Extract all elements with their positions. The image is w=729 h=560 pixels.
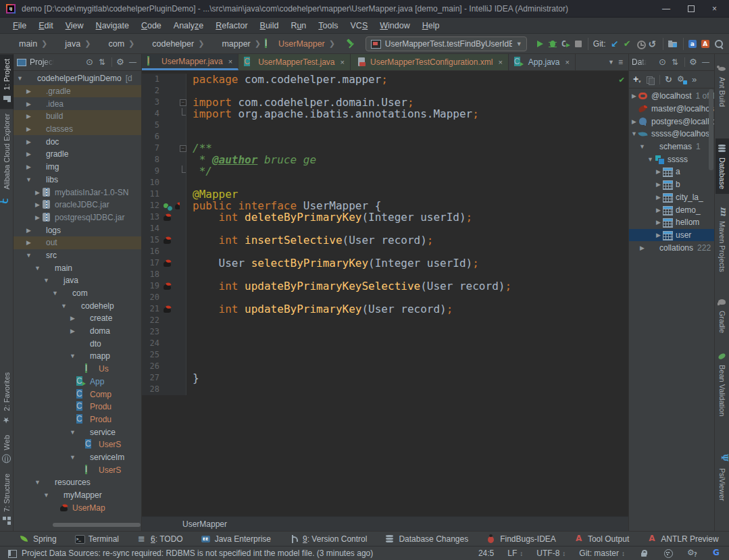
duplicate-icon[interactable] (645, 74, 655, 85)
tool-button-psiviewer[interactable]: PsiViewer (715, 449, 729, 506)
expand-arrow-icon[interactable]: ▶ (25, 88, 32, 95)
encoding-selector[interactable]: UTF-8 (536, 549, 565, 558)
tree-row-us[interactable]: Us (14, 363, 141, 376)
expand-arrow-icon[interactable]: ▶ (25, 239, 32, 246)
code-line[interactable]: 13 int deleteByPrimaryKey(Integer userId… (142, 211, 628, 223)
minimize-button[interactable]: — (662, 4, 670, 14)
tree-row-serviceim[interactable]: ▼serviceIm (14, 451, 141, 464)
translate-alt-button[interactable] (699, 36, 712, 52)
close-button[interactable]: × (712, 4, 717, 14)
collapse-arrow-icon[interactable]: ▼ (69, 454, 76, 461)
tab-usermappertest-java[interactable]: UserMapperTest.java× (238, 54, 351, 70)
data-source-properties-icon[interactable] (677, 74, 688, 85)
tree-row-produ[interactable]: Produ (14, 401, 141, 413)
tree-row-schemas[interactable]: ▼schemas1 (629, 141, 714, 153)
expand-arrow-icon[interactable]: ▶ (25, 126, 32, 132)
tree-row-mybatisinjar-1-0-sn[interactable]: ▶mybatisInJar-1.0-SN (14, 186, 141, 199)
local-changes-button[interactable] (667, 36, 680, 52)
collapse-arrow-icon[interactable]: ▼ (25, 176, 32, 183)
tree-row-java[interactable]: ▼java (14, 274, 141, 287)
expand-arrow-icon[interactable]: ▶ (69, 328, 76, 334)
tree-row-a[interactable]: ▶a (629, 166, 714, 178)
menu-item-file[interactable]: File (7, 19, 32, 32)
expand-arrow-icon[interactable]: ▶ (25, 138, 32, 145)
run-button[interactable] (534, 36, 547, 52)
tree-row-localhost[interactable]: ▶@localhost1 of 1 (629, 90, 714, 103)
tree-row-demo[interactable]: ▶demo_ (629, 203, 714, 216)
tree-row-users[interactable]: UserS (14, 463, 141, 476)
menu-item-run[interactable]: Run (284, 19, 312, 32)
tree-row-collations[interactable]: ▶collations222 (629, 241, 714, 254)
locate-icon[interactable] (658, 57, 669, 68)
face-icon[interactable] (663, 548, 674, 559)
code-line[interactable]: 15 int insertSelective(User record); (142, 234, 628, 246)
caret-position[interactable]: 24:5 (478, 549, 494, 558)
expand-arrow-icon[interactable]: ▶ (655, 194, 662, 201)
tree-row-classes[interactable]: ▶classes (14, 123, 141, 136)
maximize-button[interactable] (688, 5, 695, 12)
tree-row-city-la[interactable]: ▶city_la_ (629, 191, 714, 204)
code-line[interactable]: 3import com.codehelper.domain.User; (142, 97, 628, 108)
coverage-button[interactable] (559, 36, 572, 52)
menu-item-navigate[interactable]: Navigate (90, 19, 135, 32)
expand-arrow-icon[interactable]: ▶ (630, 93, 638, 99)
tool-button-7-structure[interactable]: 7: Structure (0, 469, 14, 531)
project-horizontal-scrollbar[interactable] (53, 523, 141, 527)
google-icon[interactable] (711, 548, 722, 559)
code-line[interactable]: 23 (142, 326, 628, 338)
tab-app-java[interactable]: App.java× (509, 54, 576, 70)
menu-item-code[interactable]: Code (135, 19, 168, 32)
tree-row-gradle[interactable]: ▶.gradle (14, 85, 141, 98)
expand-arrow-icon[interactable]: ▶ (630, 118, 638, 125)
tree-row-b[interactable]: ▶b (629, 178, 714, 191)
expand-arrow-icon[interactable]: ▶ (69, 315, 76, 322)
tool-button-2-favorites[interactable]: 2: Favorites (0, 367, 14, 430)
code-line[interactable]: 14 (142, 223, 628, 234)
code-line[interactable]: 19 int updateByPrimaryKeySelective(User … (142, 280, 628, 292)
breadcrumb-item-codehelper[interactable]: codehelper (137, 39, 195, 49)
tree-row-sssss-localhost[interactable]: ▼sssss@localhost1 (629, 128, 714, 141)
expand-arrow-icon[interactable]: ▶ (34, 201, 41, 208)
hide-panel-icon[interactable] (128, 57, 139, 68)
build-hammer-button[interactable] (345, 36, 357, 52)
tree-row-postgresqljdbc-jar[interactable]: ▶postgresqlJDBC.jar (14, 211, 141, 224)
fold-marker[interactable] (180, 166, 186, 177)
code-line[interactable]: 20 (142, 292, 628, 303)
git-branch-selector[interactable]: Git: master (579, 549, 625, 558)
tree-row-main[interactable]: ▼main (14, 261, 141, 274)
line-separator-selector[interactable]: LF (507, 549, 523, 558)
collapse-arrow-icon[interactable]: ▼ (25, 252, 32, 259)
gear-question-icon[interactable] (687, 548, 698, 559)
tree-row-hellom[interactable]: ▶hellom (629, 216, 714, 229)
collapse-arrow-icon[interactable]: ▼ (51, 290, 59, 297)
collapse-arrow-icon[interactable]: ▼ (34, 479, 41, 486)
tree-row-sssss[interactable]: ▼sssss (629, 153, 714, 166)
tool-window-button-findbugs-idea[interactable]: FindBugs-IDEA (486, 534, 556, 544)
add-data-source-icon[interactable] (632, 74, 643, 85)
expand-arrow-icon[interactable]: ▶ (655, 207, 662, 213)
fold-marker[interactable] (180, 108, 186, 120)
menu-item-edit[interactable]: Edit (32, 19, 59, 32)
tree-row-com[interactable]: ▼com (14, 287, 141, 300)
code-line[interactable]: 16 (142, 246, 628, 257)
tool-button-bean-validation[interactable]: Bean Validation (715, 346, 729, 421)
breadcrumb-item-mapper[interactable]: mapper (207, 39, 251, 49)
tool-window-button-terminal[interactable]: Terminal (74, 534, 119, 544)
tool-window-button-tool-output[interactable]: Tool Output (574, 534, 629, 544)
expand-arrow-icon[interactable]: ▶ (655, 219, 662, 226)
breadcrumb-item-com[interactable]: com (93, 39, 126, 49)
git-history-button[interactable] (634, 36, 647, 52)
tree-row-gradle[interactable]: ▶gradle (14, 148, 141, 161)
close-icon[interactable]: × (341, 58, 345, 66)
tree-row-postgres-localho[interactable]: ▶postgres@localho (629, 115, 714, 128)
tool-button-alibaba-cloud-explorer[interactable]: Alibaba Cloud Explorer (0, 109, 14, 209)
tool-button-1-project[interactable]: 1: Project (0, 54, 14, 109)
tool-window-button-antlr-preview[interactable]: ANTLR Preview (647, 534, 718, 544)
collapse-arrow-icon[interactable]: ▼ (630, 130, 638, 137)
code-line[interactable]: 9 */ (142, 166, 628, 177)
collapse-arrow-icon[interactable]: ▼ (16, 75, 24, 82)
menu-item-build[interactable]: Build (254, 19, 285, 32)
code-line[interactable]: 21 int updateByPrimaryKey(User record); (142, 303, 628, 315)
tool-window-button-6-todo[interactable]: 6: TODO (136, 534, 183, 544)
chevron-down-icon[interactable]: ▼ (608, 59, 614, 66)
